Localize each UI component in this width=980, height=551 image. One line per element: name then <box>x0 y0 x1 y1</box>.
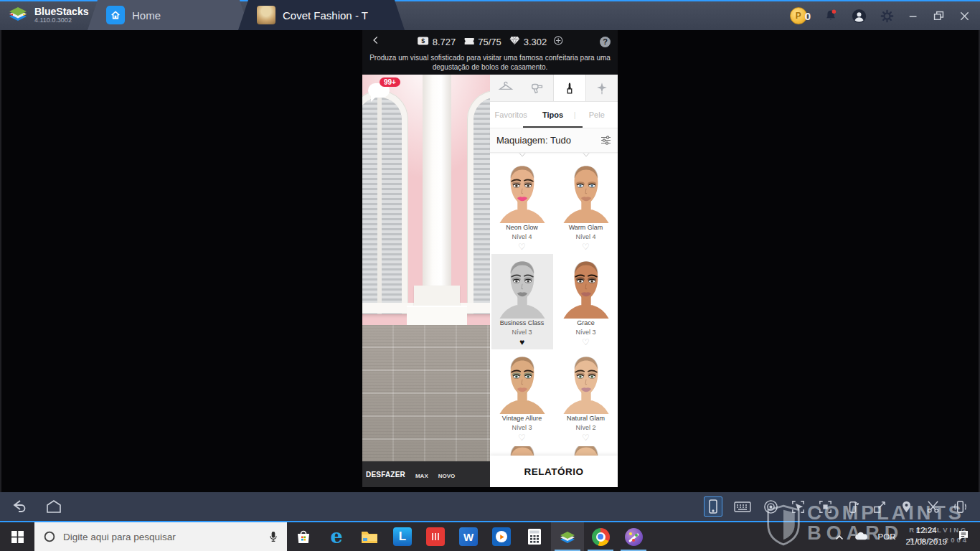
favorite-heart-icon[interactable]: ♡ <box>555 242 617 251</box>
game-header: $ 8.727 75/75 3.302 ? <box>362 30 618 53</box>
max-toggle[interactable]: MAX <box>415 468 428 481</box>
android-home-icon[interactable] <box>44 499 63 514</box>
filter-row[interactable]: Maquiagem: Tudo <box>490 128 618 153</box>
taskbar-media-player-icon[interactable] <box>485 522 518 551</box>
favorite-heart-icon[interactable]: ♡ <box>555 433 617 442</box>
covet-tab-label: Covet Fashion - T <box>283 9 368 22</box>
diamonds-icon <box>509 36 520 47</box>
makeup-face-thumb[interactable] <box>558 351 614 414</box>
makeup-item[interactable]: GraceNível 3♡ <box>555 254 617 349</box>
back-arrow-icon[interactable] <box>371 35 381 48</box>
undo-button[interactable]: DESFAZER <box>366 471 405 479</box>
help-icon[interactable]: ? <box>600 37 611 47</box>
tab-hair[interactable] <box>522 75 553 101</box>
taskbar-red-app-icon[interactable] <box>419 522 452 551</box>
makeup-item-level: Nível 4 <box>491 233 553 240</box>
tab-makeup[interactable] <box>553 75 586 101</box>
restore-button[interactable] <box>932 9 946 23</box>
tab-home[interactable]: Home <box>88 0 250 30</box>
makeup-item[interactable]: Warm GlamNível 4♡ <box>555 159 617 254</box>
taskbar-edge-icon[interactable]: e <box>320 522 353 551</box>
cursor-aim-icon[interactable] <box>790 499 806 515</box>
max-label: MAX <box>415 473 428 479</box>
rotate-device-icon[interactable] <box>844 499 861 515</box>
tab-accessories[interactable] <box>586 75 618 101</box>
makeup-item[interactable]: Vintage AllureNível 3♡ <box>491 349 553 445</box>
makeup-item[interactable]: Natural GlamNível 2♡ <box>555 349 617 445</box>
microphone-icon[interactable] <box>268 530 278 544</box>
action-center-icon[interactable] <box>957 529 970 545</box>
android-back-icon[interactable] <box>10 499 29 514</box>
taskbar-bluestacks-icon[interactable] <box>551 522 584 551</box>
column-base <box>414 286 460 307</box>
brand-name: BlueStacks <box>34 6 88 17</box>
novo-label: NOVO <box>438 473 456 479</box>
clock-time: 12:24 <box>905 525 947 537</box>
tray-chevron-icon[interactable] <box>835 530 844 543</box>
novo-toggle[interactable]: NOVO <box>438 468 456 481</box>
fullscreen-icon[interactable] <box>872 499 888 515</box>
tab-clothes[interactable] <box>490 75 522 101</box>
makeup-item-level: Nível 3 <box>491 329 553 336</box>
svg-text:$: $ <box>421 37 425 44</box>
scissors-cut-icon[interactable] <box>925 499 941 515</box>
portrait-mode-icon[interactable] <box>704 496 722 517</box>
taskbar-calculator-icon[interactable] <box>518 522 551 551</box>
points-counter[interactable]: P 0 <box>790 7 811 24</box>
onedrive-cloud-icon[interactable] <box>854 530 868 543</box>
cash-amount: 8.727 <box>433 37 456 47</box>
taskbar-paint-icon[interactable] <box>617 522 650 551</box>
makeup-item-name: Vintage Allure <box>491 415 553 422</box>
diamonds-amount: 3.302 <box>524 37 547 47</box>
minimize-button[interactable] <box>907 9 920 22</box>
makeup-scroll-area[interactable]: Neon GlowNível 4♡ Warm GlamNível 4♡ <box>490 153 618 487</box>
titlebar: BlueStacks 4.110.0.3002 Home Covet Fashi… <box>0 0 980 30</box>
makeup-face-thumb[interactable] <box>558 160 614 223</box>
shake-device-icon[interactable] <box>952 499 969 515</box>
makeup-item[interactable]: Neon GlowNível 4♡ <box>491 159 553 254</box>
favorite-heart-icon[interactable]: ♥ <box>491 338 553 347</box>
profile-icon[interactable] <box>851 8 867 24</box>
makeup-item-level: Nível 3 <box>555 329 617 336</box>
report-button[interactable]: RELATÓRIO <box>490 456 618 487</box>
home-tab-icon <box>106 6 125 24</box>
filter-sliders-icon[interactable] <box>600 136 611 145</box>
home-tab-label: Home <box>132 9 161 22</box>
taskbar-chrome-icon[interactable] <box>584 522 617 551</box>
tickets-amount: 75/75 <box>478 37 501 47</box>
makeup-grid: Neon GlowNível 4♡ Warm GlamNível 4♡ <box>490 159 618 465</box>
covet-avatar-icon <box>257 6 275 24</box>
filter-label: Maquiagem: Tudo <box>496 135 600 146</box>
language-indicator[interactable]: POR <box>878 532 896 541</box>
location-pin-icon[interactable] <box>899 499 914 515</box>
settings-gear-icon[interactable] <box>880 9 895 24</box>
makeup-face-thumb[interactable] <box>494 351 550 414</box>
game-controls-eye-icon[interactable] <box>763 499 779 515</box>
tab-covet-fashion[interactable]: Covet Fashion - T <box>238 0 405 30</box>
favorite-heart-icon[interactable]: ♡ <box>491 242 553 251</box>
taskbar-explorer-icon[interactable] <box>353 522 386 551</box>
keyboard-icon[interactable] <box>733 499 752 514</box>
add-currency-icon[interactable] <box>553 36 562 47</box>
notifications-bell-icon[interactable] <box>823 8 839 24</box>
subtabs: Favoritos Tipos | Pele <box>490 102 618 128</box>
makeup-item[interactable]: Business ClassNível 3♥ <box>491 254 553 349</box>
subtab-tipos[interactable]: Tipos <box>532 102 573 128</box>
makeup-face-thumb[interactable] <box>494 255 550 319</box>
taskbar-search[interactable]: Digite aqui para pesquisar <box>34 522 287 551</box>
subtab-pele[interactable]: Pele <box>576 102 618 128</box>
close-button[interactable] <box>958 9 971 23</box>
scene-floor <box>362 325 490 461</box>
taskbar-clock[interactable]: 12:24 21/08/2019 <box>905 525 947 547</box>
taskbar-store-icon[interactable] <box>287 522 320 551</box>
subtab-favoritos[interactable]: Favoritos <box>490 102 532 128</box>
start-button[interactable] <box>0 522 34 551</box>
taskbar-word-icon[interactable]: W <box>452 522 485 551</box>
favorite-heart-icon[interactable]: ♡ <box>555 338 617 347</box>
dressing-scene: 99+ <box>362 75 490 461</box>
taskbar-l-app-icon[interactable]: L <box>386 522 419 551</box>
favorite-heart-icon[interactable]: ♡ <box>491 433 553 442</box>
target-aim-icon[interactable] <box>817 499 834 515</box>
makeup-face-thumb[interactable] <box>494 160 550 223</box>
makeup-face-thumb[interactable] <box>558 255 614 319</box>
